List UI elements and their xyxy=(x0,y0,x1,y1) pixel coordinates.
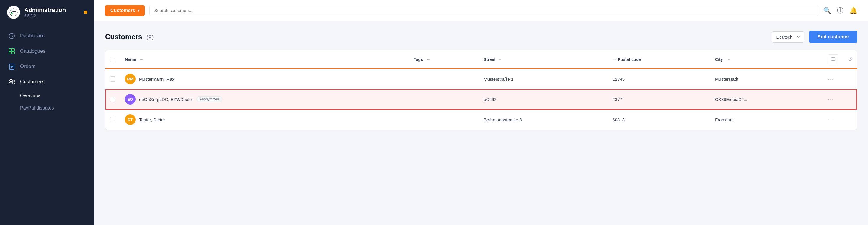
th-city: City ⋯ xyxy=(710,50,823,69)
customers-table: Name ⋯ Tags ⋯ Street xyxy=(105,50,857,129)
th-checkbox xyxy=(105,50,120,69)
svg-point-8 xyxy=(10,79,12,82)
catalogue-icon xyxy=(8,48,16,55)
svg-rect-4 xyxy=(12,48,14,51)
row2-city-cell: CX88EiepiaXT... xyxy=(710,89,823,110)
select-all-checkbox[interactable] xyxy=(110,57,116,62)
row2-name-cell: EO obOhSrFgcDC, EZWXuolel Anonymized xyxy=(120,89,409,110)
svg-rect-6 xyxy=(12,51,14,54)
sidebar-item-orders[interactable]: Orders xyxy=(0,59,94,74)
page-content: Customers (9) Deutsch English Français A… xyxy=(94,21,868,225)
row1-tags-cell xyxy=(409,69,479,89)
dashboard-icon xyxy=(8,32,16,39)
search-icon-button[interactable]: 🔍 xyxy=(823,7,831,14)
sidebar-item-paypal[interactable]: PayPal disputes xyxy=(0,102,94,114)
svg-rect-3 xyxy=(9,48,11,51)
topbar: Customers ▾ 🔍 ⓘ 🔔 xyxy=(94,0,868,21)
row1-street-cell: Musterstraße 1 xyxy=(479,69,608,89)
row3-checkbox-cell xyxy=(105,110,120,130)
row2-extra-cell xyxy=(843,89,857,110)
row1-city-cell: Musterstadt xyxy=(710,69,823,89)
tags-col-menu-icon[interactable]: ⋯ xyxy=(427,58,430,62)
th-table-actions: ☰ xyxy=(823,50,843,69)
row3-avatar: DT xyxy=(125,114,135,125)
row3-name-cell: DT Tester, Dieter xyxy=(120,110,409,130)
catalogues-label: Catalogues xyxy=(20,48,45,54)
main-content: Customers ▾ 🔍 ⓘ 🔔 Customers (9) Deutsch … xyxy=(94,0,868,225)
th-reset: ↺ xyxy=(843,50,857,69)
customers-label: Customers xyxy=(20,79,44,85)
search-input[interactable] xyxy=(149,5,818,16)
reset-button[interactable]: ↺ xyxy=(848,56,852,63)
row3-tags-cell xyxy=(409,110,479,130)
th-name: Name ⋯ xyxy=(120,50,409,69)
svg-point-0 xyxy=(10,8,18,16)
row1-more-button[interactable]: ··· xyxy=(828,76,834,82)
row2-checkbox[interactable] xyxy=(110,97,116,102)
svg-point-1 xyxy=(11,13,13,14)
sidebar-item-overview[interactable]: Overview xyxy=(0,89,94,102)
table-row: DT Tester, Dieter Bethmannstrasse 8 6031… xyxy=(105,110,857,130)
sidebar-brand: Administration 6.5.8.2 xyxy=(24,7,66,18)
orders-label: Orders xyxy=(20,64,35,70)
sidebar-item-dashboard[interactable]: Dashboard xyxy=(0,28,94,44)
notifications-icon-button[interactable]: 🔔 xyxy=(849,7,857,14)
dashboard-label: Dashboard xyxy=(20,33,44,39)
page-header: Customers (9) Deutsch English Français A… xyxy=(105,31,857,43)
app-name: Administration xyxy=(24,7,66,13)
svg-rect-5 xyxy=(9,51,11,54)
app-version: 6.5.8.2 xyxy=(24,13,66,18)
row3-more-button[interactable]: ··· xyxy=(828,117,834,123)
customers-icon xyxy=(8,78,16,85)
row1-checkbox-cell xyxy=(105,69,120,89)
page-title: Customers (9) xyxy=(105,33,154,41)
breadcrumb-label: Customers xyxy=(111,8,135,13)
row1-actions-cell: ··· xyxy=(823,69,843,89)
app-logo xyxy=(7,6,20,19)
row1-name-cell: MM Mustermann, Max xyxy=(120,69,409,89)
topbar-actions: 🔍 ⓘ 🔔 xyxy=(823,6,857,15)
sidebar-item-customers[interactable]: Customers xyxy=(0,74,94,89)
name-col-menu-icon[interactable]: ⋯ xyxy=(140,58,143,62)
row2-tags-cell xyxy=(409,89,479,110)
th-postal: ⋯ Postal code xyxy=(608,50,710,69)
sidebar: Administration 6.5.8.2 Dashboard xyxy=(0,0,94,225)
th-tags: Tags ⋯ xyxy=(409,50,479,69)
row2-badge: Anonymized xyxy=(196,96,222,102)
help-icon-button[interactable]: ⓘ xyxy=(837,6,843,15)
sidebar-nav: Dashboard Catalogues Orders xyxy=(0,25,94,118)
language-select[interactable]: Deutsch English Français xyxy=(772,31,804,43)
row3-postal-cell: 60313 xyxy=(608,110,710,130)
row2-street-cell: pCc62 xyxy=(479,89,608,110)
street-col-menu-icon[interactable]: ⋯ xyxy=(499,58,502,62)
add-customer-button[interactable]: Add customer xyxy=(809,31,857,43)
chevron-down-icon: ▾ xyxy=(137,8,140,13)
breadcrumb-customers-button[interactable]: Customers ▾ xyxy=(105,5,145,16)
postal-left-dots: ⋯ xyxy=(612,58,616,62)
row2-postal-cell: 2377 xyxy=(608,89,710,110)
customers-sub-nav: Overview PayPal disputes xyxy=(0,89,94,114)
row3-actions-cell: ··· xyxy=(823,110,843,130)
row2-avatar: EO xyxy=(125,94,135,105)
table-row: EO obOhSrFgcDC, EZWXuolel Anonymized pCc… xyxy=(105,89,857,110)
row2-actions-cell: ··· xyxy=(823,89,843,110)
row1-extra-cell xyxy=(843,69,857,89)
row1-avatar: MM xyxy=(125,74,135,84)
row2-checkbox-cell xyxy=(105,89,120,110)
row1-postal-cell: 12345 xyxy=(608,69,710,89)
row2-more-button[interactable]: ··· xyxy=(828,96,834,103)
table-columns-button[interactable]: ☰ xyxy=(828,54,838,64)
sidebar-header: Administration 6.5.8.2 xyxy=(0,0,94,25)
orders-icon xyxy=(8,63,16,70)
city-col-menu-icon[interactable]: ⋯ xyxy=(726,58,730,62)
svg-point-9 xyxy=(13,80,14,82)
row1-name: Mustermann, Max xyxy=(139,77,175,82)
row3-extra-cell xyxy=(843,110,857,130)
table-header-row: Name ⋯ Tags ⋯ Street xyxy=(105,50,857,69)
sidebar-item-catalogues[interactable]: Catalogues xyxy=(0,44,94,59)
row3-checkbox[interactable] xyxy=(110,117,116,122)
row3-name: Tester, Dieter xyxy=(139,117,165,122)
customers-table-container: Name ⋯ Tags ⋯ Street xyxy=(105,50,857,130)
table-row: MM Mustermann, Max Musterstraße 1 12345 … xyxy=(105,69,857,89)
row1-checkbox[interactable] xyxy=(110,76,116,82)
